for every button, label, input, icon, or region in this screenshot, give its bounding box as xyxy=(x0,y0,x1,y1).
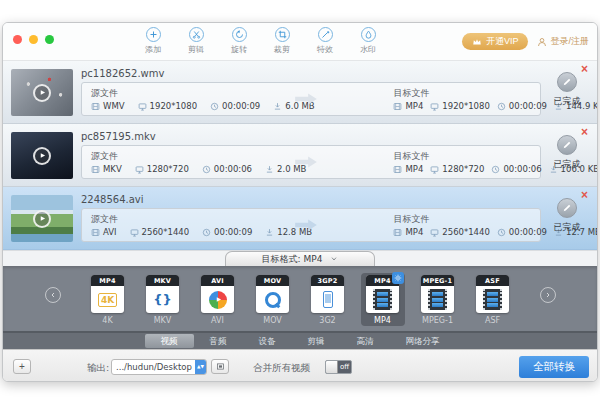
play-icon[interactable] xyxy=(33,210,51,228)
toggle-knob xyxy=(326,361,338,373)
resolution-icon xyxy=(430,228,439,237)
conversion-status: 已完成 xyxy=(545,198,589,234)
zoom-button[interactable] xyxy=(45,35,54,44)
format-item-asf[interactable]: ASF ASF xyxy=(471,273,515,326)
merge-videos-label: 合并所有视频 xyxy=(253,362,310,375)
source-stats: MKV 1280*720 00:00:06 2.0 MB xyxy=(91,164,306,174)
close-button[interactable] xyxy=(13,35,22,44)
play-icon xyxy=(215,296,222,303)
format-item-mpeg1[interactable]: MPEG-1 MPEG-1 xyxy=(416,273,460,326)
format-icon xyxy=(91,165,100,174)
format-item-3gp2[interactable]: 3GP2 3G2 xyxy=(306,273,350,326)
output-path-select[interactable]: .../hudun/Desktop ▲▼ xyxy=(111,359,207,375)
conversion-info: 源文件 MKV 1280*720 00:00:06 2.0 MB 目标文件 MP… xyxy=(81,145,541,179)
convert-all-button[interactable]: 全部转换 xyxy=(519,356,589,378)
effects-button[interactable]: 特效 xyxy=(317,27,333,55)
scissors-icon xyxy=(189,27,204,42)
format-settings-button[interactable] xyxy=(392,272,404,284)
file-row-2[interactable]: pc857195.mkv × 源文件 MKV 1280*720 00:00:06… xyxy=(3,124,597,187)
app-window: 添加 剪辑 旋转 裁剪 特效 水印 xyxy=(2,22,598,382)
tab-hd[interactable]: 高清 xyxy=(341,334,390,348)
format-item-mkv[interactable]: MKV {} MKV xyxy=(141,273,185,326)
filmstrip-icon: MPEG-1 xyxy=(421,275,454,313)
add-button[interactable]: 添加 xyxy=(145,27,161,55)
target-label: 目标文件 xyxy=(393,213,429,226)
rotate-button[interactable]: 旋转 xyxy=(231,27,247,55)
file-row-3[interactable]: 2248564.avi × 源文件 AVI 2560*1440 00:00:09… xyxy=(3,187,597,250)
resolution-icon xyxy=(430,165,439,174)
filesize-icon xyxy=(265,228,274,237)
edit-button[interactable] xyxy=(557,135,577,155)
tab-video[interactable]: 视频 xyxy=(145,334,194,348)
format-drawer-handle[interactable]: 目标格式: MP4 xyxy=(225,251,375,266)
conversion-status: 已完成 xyxy=(545,72,589,108)
resolution-icon xyxy=(135,165,144,174)
crop-button[interactable]: 裁剪 xyxy=(274,27,290,55)
resolution-icon xyxy=(430,102,439,111)
tab-device[interactable]: 设备 xyxy=(243,334,292,348)
login-button[interactable]: 登录/注册 xyxy=(537,35,589,48)
gear-icon xyxy=(394,274,402,282)
conversion-info: 源文件 WMV 1920*1080 00:00:09 6.0 MB 目标文件 M… xyxy=(81,82,541,116)
tab-web-share[interactable]: 网络分享 xyxy=(390,334,456,348)
format-strip: MP4 4K 4K MKV {} MKV AVI AVI MOV MOV xyxy=(3,266,597,333)
file-list: pc1182652.wmv × 源文件 WMV 1920*1080 00:00:… xyxy=(3,61,597,250)
merge-toggle[interactable]: off xyxy=(325,360,352,374)
chevron-down-icon xyxy=(330,255,338,263)
scroll-left-button[interactable] xyxy=(45,287,61,303)
scroll-right-button[interactable] xyxy=(540,287,556,303)
format-icon xyxy=(393,165,402,174)
filmstrip-icon: ASF xyxy=(476,275,509,313)
duration-icon xyxy=(202,165,211,174)
play-icon[interactable] xyxy=(33,147,51,165)
avi-icon: AVI xyxy=(201,275,234,313)
toggle-state: off xyxy=(338,361,351,373)
conversion-status: 已完成 xyxy=(545,135,589,171)
video-thumbnail[interactable] xyxy=(11,195,73,242)
conversion-info: 源文件 AVI 2560*1440 00:00:09 12.8 MB 目标文件 … xyxy=(81,208,541,242)
folder-icon xyxy=(216,362,225,371)
target-label: 目标文件 xyxy=(393,150,429,163)
target-label: 目标文件 xyxy=(393,87,429,100)
status-badge: 已完成 xyxy=(554,221,581,234)
video-thumbnail[interactable] xyxy=(11,132,73,179)
arrow-right-icon xyxy=(293,219,319,232)
edit-button[interactable] xyxy=(557,72,577,92)
play-icon[interactable] xyxy=(33,84,51,102)
output-label: 输出: xyxy=(87,362,109,375)
format-item-avi[interactable]: AVI AVI xyxy=(196,273,240,326)
pencil-icon xyxy=(562,203,572,213)
format-item-mov[interactable]: MOV MOV xyxy=(251,273,295,326)
crown-icon xyxy=(472,37,482,47)
filesize-icon xyxy=(273,102,282,111)
source-label: 源文件 xyxy=(91,87,118,100)
add-icon xyxy=(146,27,161,42)
duration-icon xyxy=(210,102,219,111)
file-row-1[interactable]: pc1182652.wmv × 源文件 WMV 1920*1080 00:00:… xyxy=(3,61,597,124)
minimize-button[interactable] xyxy=(29,35,38,44)
format-icon xyxy=(91,228,100,237)
tab-audio[interactable]: 音频 xyxy=(194,334,243,348)
tab-clip[interactable]: 剪辑 xyxy=(292,334,341,348)
format-item-mp4-4k[interactable]: MP4 4K 4K xyxy=(86,273,130,326)
status-badge: 已完成 xyxy=(554,95,581,108)
format-item-mp4[interactable]: MP4 MP4 xyxy=(361,273,405,326)
account-area: 开通VIP 登录/注册 xyxy=(462,33,589,50)
mkv-icon: MKV {} xyxy=(146,275,179,313)
arrow-right-icon xyxy=(293,156,319,169)
video-thumbnail[interactable] xyxy=(11,69,73,116)
edit-button[interactable] xyxy=(557,198,577,218)
person-icon xyxy=(537,37,547,47)
watermark-button[interactable]: 水印 xyxy=(360,27,376,55)
phone-icon: 3GP2 xyxy=(311,275,344,313)
output-path-value: .../hudun/Desktop xyxy=(112,360,195,374)
add-file-button[interactable]: + xyxy=(13,359,31,374)
browse-folder-button[interactable] xyxy=(211,359,229,374)
source-label: 源文件 xyxy=(91,213,118,226)
resolution-icon xyxy=(138,102,147,111)
vip-button[interactable]: 开通VIP xyxy=(462,33,529,50)
trim-button[interactable]: 剪辑 xyxy=(188,27,204,55)
select-stepper-icon[interactable]: ▲▼ xyxy=(195,360,206,374)
pencil-icon xyxy=(562,140,572,150)
mp4-4k-icon: MP4 4K xyxy=(91,275,124,313)
